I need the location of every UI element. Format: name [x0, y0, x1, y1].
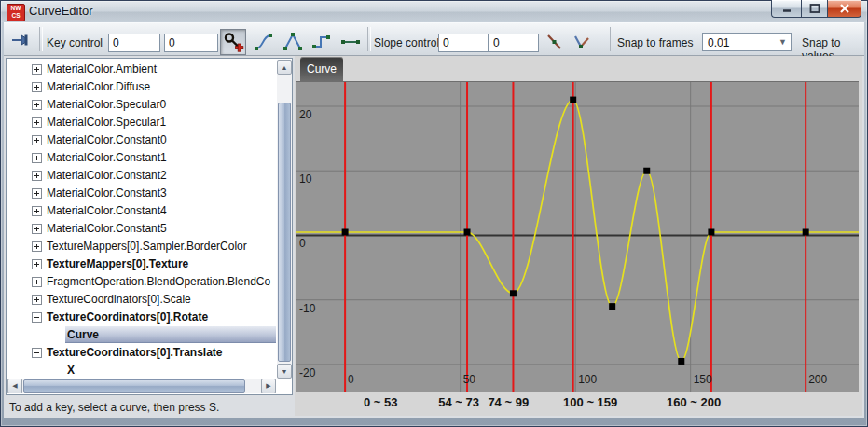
peak-curve-button[interactable]	[279, 29, 307, 55]
snap-to-frames-combobox[interactable]: 0.01 ▼	[702, 33, 792, 51]
expand-toggle-icon[interactable]	[32, 171, 42, 181]
tree-item[interactable]: MaterialColor.Specular1	[7, 114, 276, 131]
keyframe-marker[interactable]	[708, 229, 714, 236]
keyframe-marker[interactable]	[510, 290, 517, 296]
app-logo-line1: NW	[7, 5, 24, 12]
key-value-input[interactable]	[164, 34, 218, 52]
minimize-button[interactable]	[771, 0, 801, 18]
pin-button[interactable]	[9, 27, 37, 53]
expand-toggle-icon[interactable]	[32, 295, 42, 305]
tree-item[interactable]: MaterialColor.Constant1	[7, 149, 276, 167]
tree-item-label: X	[67, 364, 75, 377]
expand-toggle-icon[interactable]	[32, 188, 42, 199]
tree-item-label: MaterialColor.Constant3	[47, 186, 167, 200]
expand-toggle-icon[interactable]	[32, 224, 42, 234]
flat-curve-icon	[339, 31, 362, 53]
tree-item[interactable]: MaterialColor.Diffuse	[7, 78, 276, 96]
expand-toggle-icon[interactable]	[32, 117, 42, 128]
keyframe-marker[interactable]	[803, 229, 809, 236]
tree-item-label: MaterialColor.Constant1	[47, 151, 167, 164]
toolbar-separator	[610, 27, 613, 51]
slope-right-input[interactable]	[489, 34, 539, 52]
key-frame-input[interactable]	[108, 34, 160, 52]
keyframe-marker[interactable]	[609, 303, 615, 310]
scroll-down-button[interactable]: ▼	[277, 364, 292, 379]
tree-item-label: FragmentOperation.BlendOperation.BlendCo	[47, 275, 270, 288]
toolbar-separator	[39, 27, 43, 51]
maximize-icon	[809, 4, 820, 14]
tree-item-label: TextureMappers[0].Texture	[47, 257, 188, 270]
app-logo-line2: CS	[7, 12, 24, 20]
expand-toggle-icon[interactable]	[32, 259, 42, 269]
toolbar-separator	[367, 27, 371, 51]
expand-toggle-icon[interactable]	[32, 82, 42, 92]
slope-break-button[interactable]	[569, 29, 595, 55]
curve-chart[interactable]: 20100-10-20050100150200	[296, 81, 859, 392]
tree-item[interactable]: X	[7, 362, 276, 379]
minimize-icon	[781, 4, 792, 14]
tree-item[interactable]: MaterialColor.Constant2	[7, 167, 276, 185]
expand-toggle-icon[interactable]	[32, 241, 42, 252]
tree-item[interactable]: MaterialColor.Constant0	[7, 131, 276, 149]
tree-vertical-scrollbar[interactable]: ▲ ▼	[277, 60, 292, 379]
scroll-up-button[interactable]: ▲	[277, 60, 292, 75]
scroll-right-button[interactable]: ▶	[261, 379, 276, 393]
curve-plot-area[interactable]: 20100-10-20050100150200	[296, 81, 859, 392]
tree-list: MaterialColor.Ambient MaterialColor.Diff…	[7, 61, 276, 379]
tree-item-label: TextureCoordinators[0].Rotate	[47, 310, 208, 324]
add-key-button[interactable]	[220, 29, 246, 55]
step-curve-button[interactable]	[308, 29, 336, 55]
title-bar[interactable]: NW CS CurveEditor	[0, 0, 868, 22]
tree-item[interactable]: MaterialColor.Constant5	[7, 220, 276, 238]
peak-curve-icon	[282, 31, 304, 53]
slope-left-input[interactable]	[438, 34, 489, 52]
tree-item[interactable]: TextureCoordinators[0].Translate	[7, 344, 276, 362]
expand-toggle-icon[interactable]	[32, 348, 42, 358]
tree-item[interactable]: TextureCoordinators[0].Rotate	[7, 309, 276, 326]
expand-toggle-icon[interactable]	[32, 135, 42, 145]
horizontal-scroll-thumb[interactable]	[23, 379, 245, 393]
expand-toggle-icon[interactable]	[32, 153, 42, 163]
keyframe-marker[interactable]	[570, 97, 576, 103]
expand-toggle-icon[interactable]	[32, 277, 42, 287]
keyframe-marker[interactable]	[678, 358, 684, 365]
key-control-label: Key control	[47, 36, 103, 49]
y-axis-tick-label: -10	[299, 302, 316, 315]
tree-item[interactable]: FragmentOperation.BlendOperation.BlendCo	[7, 273, 276, 291]
flat-curve-button[interactable]	[337, 29, 365, 55]
expand-toggle-icon[interactable]	[32, 312, 42, 323]
expand-toggle-icon[interactable]	[32, 206, 42, 216]
plot-background[interactable]	[296, 81, 859, 392]
tree-item[interactable]: TextureMappers[0].Sampler.BorderColor	[7, 238, 276, 255]
slope-break-icon	[571, 31, 593, 53]
vertical-scroll-thumb[interactable]	[278, 103, 291, 362]
scroll-left-button[interactable]: ◀	[7, 379, 22, 393]
tree-item-label: TextureMappers[0].Sampler.BorderColor	[47, 240, 247, 253]
toolbar: Key control	[4, 22, 864, 56]
tree-item[interactable]: MaterialColor.Constant3	[7, 185, 276, 202]
slope-line-button[interactable]	[541, 29, 567, 55]
tab-curve[interactable]: Curve	[300, 57, 343, 81]
close-button[interactable]	[828, 0, 861, 18]
snap-to-frames-label: Snap to frames	[617, 36, 693, 49]
keyframe-marker[interactable]	[342, 229, 349, 236]
keyframe-marker[interactable]	[643, 168, 650, 174]
tree-item[interactable]: Curve	[7, 326, 276, 344]
tree-horizontal-scrollbar[interactable]: ◀ ▶	[7, 379, 276, 393]
tree-item[interactable]: TextureCoordinators[0].Scale	[7, 291, 276, 309]
expand-toggle-icon[interactable]	[32, 100, 42, 110]
app-logo-icon: NW CS	[7, 4, 25, 21]
tree-item-label: MaterialColor.Specular1	[47, 116, 166, 129]
curve-panel: Curve 20100-10-20050100150200 0 ~ 5354 ~…	[295, 56, 862, 416]
tree-item[interactable]: MaterialColor.Constant4	[7, 202, 276, 220]
window-controls	[771, 0, 861, 18]
expand-toggle-icon[interactable]	[32, 64, 42, 75]
maximize-button[interactable]	[801, 0, 828, 18]
tree-item[interactable]: MaterialColor.Ambient	[7, 61, 276, 78]
smooth-curve-icon	[253, 31, 275, 53]
smooth-curve-button[interactable]	[250, 29, 278, 55]
x-axis-tick-label: 0	[348, 373, 354, 386]
tree-item[interactable]: TextureMappers[0].Texture	[7, 255, 276, 273]
keyframe-marker[interactable]	[464, 229, 471, 236]
tree-item[interactable]: MaterialColor.Specular0	[7, 96, 276, 114]
